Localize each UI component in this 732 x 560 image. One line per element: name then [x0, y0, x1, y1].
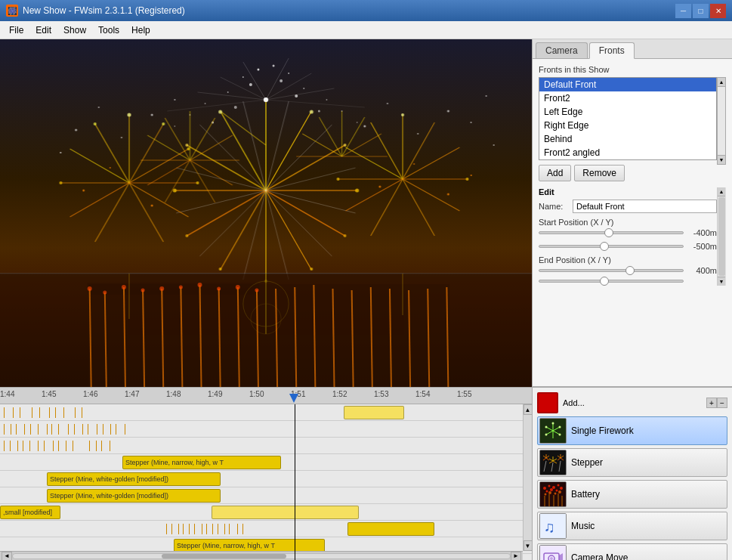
svg-line-28 [266, 111, 311, 190]
svg-point-163 [82, 190, 85, 192]
svg-line-24 [266, 88, 335, 100]
vscroll-up[interactable]: ▲ [524, 404, 533, 415]
start-y-track[interactable] [539, 245, 684, 248]
edit-scroll-down[interactable]: ▼ [718, 277, 725, 286]
svg-point-59 [185, 144, 188, 147]
add-stepper-button[interactable]: Stepper [537, 448, 727, 477]
add-battery-button[interactable]: Battery [537, 480, 727, 509]
front-item-leftedge[interactable]: Left Edge [539, 105, 716, 119]
track-row: Stepper (Mine, white-golden [modified]) [0, 487, 532, 504]
svg-line-99 [165, 118, 190, 160]
add-camera-move-button[interactable]: Camera Move [537, 543, 727, 560]
stepper-block-2[interactable]: Stepper (Mine, white-golden [modified]) [47, 472, 221, 486]
close-button[interactable]: ✕ [710, 4, 726, 18]
start-x-value: -400m [687, 228, 717, 237]
maximize-button[interactable]: □ [693, 4, 709, 18]
svg-point-141 [197, 283, 202, 287]
fronts-scroll-up[interactable]: ▲ [718, 78, 725, 87]
zoom-in-button[interactable]: + [706, 398, 717, 408]
svg-point-157 [417, 133, 419, 135]
music-label: Music [571, 521, 725, 531]
start-pos-label: Start Position (X / Y) [539, 218, 717, 227]
svg-point-2 [280, 79, 283, 82]
tab-fronts[interactable]: Fronts [589, 42, 635, 59]
timeline-hscroll[interactable]: ◄ ► [0, 551, 523, 560]
name-input[interactable] [573, 200, 717, 213]
track-block[interactable] [344, 406, 404, 419]
svg-point-208 [550, 488, 553, 491]
add-single-firework-button[interactable]: Single Firework [537, 416, 727, 445]
camera-move-label: Camera Move [571, 552, 725, 560]
small-block[interactable]: ,small [modified] [0, 506, 60, 519]
edit-scroll-up[interactable]: ▲ [718, 187, 725, 196]
svg-line-71 [70, 149, 129, 183]
stop-button[interactable] [537, 392, 558, 413]
svg-line-104 [190, 160, 215, 203]
svg-point-139 [159, 286, 164, 291]
front-item-front2angled[interactable]: Front2 angled [539, 146, 716, 159]
front-item-front2[interactable]: Front2 [539, 91, 716, 105]
menu-help[interactable]: Help [125, 23, 156, 37]
zoom-out-button[interactable]: − [717, 398, 727, 408]
svg-line-51 [243, 101, 266, 190]
stepper-icon [539, 450, 567, 475]
start-y-thumb[interactable] [600, 242, 609, 251]
end-x-track[interactable] [539, 269, 684, 272]
svg-point-57 [310, 268, 313, 271]
edit-section-label: Edit [539, 187, 717, 196]
svg-line-40 [266, 101, 289, 190]
front-item-behind[interactable]: Behind [539, 132, 716, 146]
svg-line-70 [95, 124, 129, 183]
start-x-track[interactable] [539, 231, 684, 234]
svg-point-143 [236, 285, 240, 289]
svg-point-150 [75, 129, 77, 131]
svg-point-10 [288, 73, 289, 74]
stepper-block-3[interactable]: Stepper (Mine, white-golden [modified]) [47, 489, 221, 503]
track-block-right[interactable] [347, 522, 434, 536]
front-item-rightedge[interactable]: Right Edge [539, 119, 716, 132]
svg-line-68 [129, 183, 188, 217]
timeline-ruler[interactable]: 1:44 1:45 1:46 1:47 1:48 1:49 1:50 1:51 … [0, 388, 532, 404]
menu-edit[interactable]: Edit [29, 23, 57, 37]
start-x-thumb[interactable] [604, 228, 613, 237]
menu-bar: File Edit Show Tools Help [0, 21, 732, 39]
svg-point-169 [471, 175, 472, 176]
svg-point-167 [413, 163, 415, 165]
svg-point-94 [337, 178, 340, 181]
svg-point-209 [556, 490, 558, 492]
window-title: New Show - FWsim 2.3.1.1 (Registered) [23, 5, 675, 16]
menu-show[interactable]: Show [57, 23, 92, 37]
svg-point-13 [205, 103, 206, 104]
yellow-block-right[interactable] [212, 506, 359, 519]
svg-point-203 [548, 485, 551, 487]
add-front-button[interactable]: Add [539, 165, 571, 181]
hscroll-track[interactable] [12, 553, 511, 559]
front-item-default[interactable]: Default Front [539, 78, 716, 91]
svg-line-46 [243, 190, 266, 280]
svg-line-36 [187, 190, 266, 236]
menu-file[interactable]: File [3, 23, 29, 37]
add-music-button[interactable]: ♫ Music [537, 512, 727, 540]
start-y-slider-row: -500m [539, 242, 717, 251]
svg-line-45 [266, 190, 289, 280]
fireworks-display [0, 39, 532, 387]
stepper-block-1[interactable]: Stepper (Mine, narrow, high, w T [122, 456, 281, 469]
fronts-scroll-down[interactable]: ▼ [718, 155, 725, 164]
minimize-button[interactable]: ─ [675, 4, 691, 18]
end-x-thumb[interactable] [625, 266, 635, 275]
svg-point-210 [545, 493, 547, 496]
hscroll-left[interactable]: ◄ [2, 552, 12, 561]
track-row [0, 404, 532, 421]
hscroll-thumb[interactable] [162, 554, 286, 558]
end-y-thumb[interactable] [600, 277, 609, 286]
fronts-list[interactable]: Default Front Front2 Left Edge Right Edg… [539, 77, 717, 160]
hscroll-right[interactable]: ► [511, 552, 521, 561]
tab-camera[interactable]: Camera [536, 42, 588, 58]
svg-line-103 [165, 160, 190, 203]
start-x-slider-row: -400m [539, 228, 717, 237]
vscroll-down[interactable]: ▼ [524, 540, 533, 551]
viewport [0, 39, 532, 387]
remove-front-button[interactable]: Remove [574, 165, 625, 181]
end-y-track[interactable] [539, 280, 684, 283]
menu-tools[interactable]: Tools [92, 23, 125, 37]
